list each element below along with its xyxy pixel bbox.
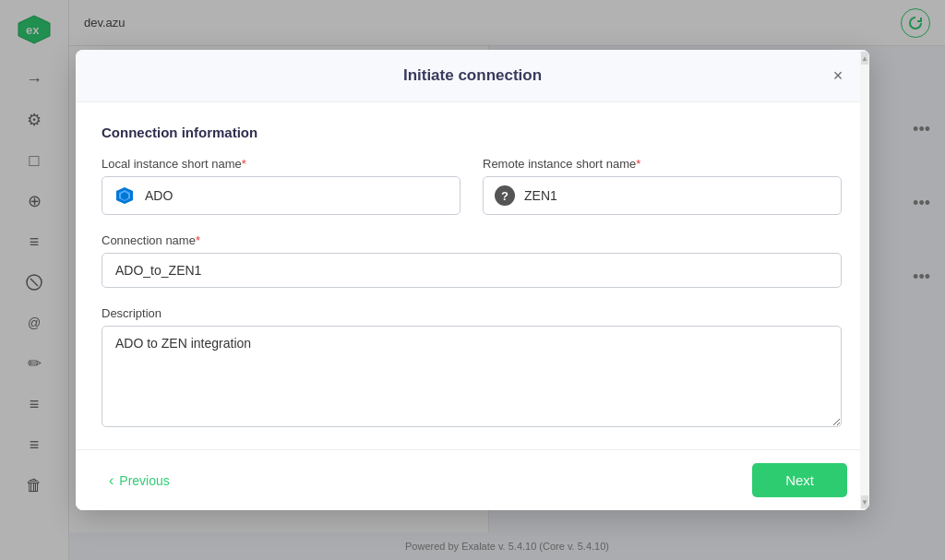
previous-button[interactable]: ‹ Previous bbox=[98, 465, 181, 496]
description-group: Description ADO to ZEN integration bbox=[102, 306, 842, 427]
modal-dialog: ▲ ▼ Initiate connection × Connection inf… bbox=[76, 50, 869, 510]
modal-footer: ‹ Previous Next bbox=[76, 449, 869, 510]
scroll-down-btn[interactable]: ▼ bbox=[861, 495, 868, 508]
modal-title: Initiate connection bbox=[403, 66, 542, 85]
next-button[interactable]: Next bbox=[752, 463, 847, 497]
connection-name-input[interactable] bbox=[102, 253, 842, 288]
instance-names-row: Local instance short name* bbox=[102, 157, 842, 215]
local-required-marker: * bbox=[242, 157, 246, 171]
previous-chevron-icon: ‹ bbox=[109, 472, 114, 489]
remote-required-marker: * bbox=[636, 157, 640, 171]
local-instance-label: Local instance short name* bbox=[102, 157, 461, 171]
remote-instance-input-container: ? bbox=[483, 176, 842, 215]
scroll-up-btn[interactable]: ▲ bbox=[861, 52, 868, 65]
local-instance-input-container bbox=[102, 176, 461, 215]
modal-overlay: ▲ ▼ Initiate connection × Connection inf… bbox=[0, 0, 945, 560]
ado-icon bbox=[114, 185, 136, 207]
remote-instance-label: Remote instance short name* bbox=[483, 157, 842, 171]
zendesk-icon: ? bbox=[495, 185, 515, 206]
section-title: Connection information bbox=[102, 125, 842, 140]
local-instance-group: Local instance short name* bbox=[102, 157, 461, 215]
connection-name-label: Connection name* bbox=[102, 233, 842, 247]
connection-name-required-marker: * bbox=[196, 233, 200, 247]
remote-instance-input[interactable] bbox=[524, 188, 830, 203]
description-textarea[interactable]: ADO to ZEN integration bbox=[102, 326, 842, 427]
modal-close-button[interactable]: × bbox=[825, 63, 851, 89]
modal-scrollbar[interactable]: ▲ ▼ bbox=[860, 50, 869, 510]
local-instance-input[interactable] bbox=[145, 188, 449, 203]
connection-name-group: Connection name* bbox=[102, 233, 842, 288]
remote-instance-group: Remote instance short name* ? bbox=[483, 157, 842, 215]
description-label: Description bbox=[102, 306, 842, 320]
modal-header: Initiate connection × bbox=[76, 50, 869, 102]
modal-body: Connection information Local instance sh… bbox=[76, 102, 869, 449]
